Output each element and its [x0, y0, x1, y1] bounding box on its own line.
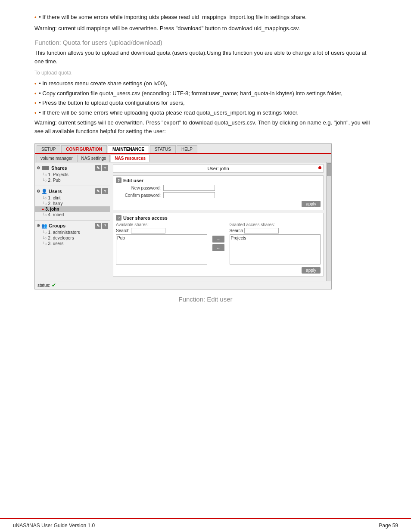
quota-bullet4: • • If there will be some errors while u… — [34, 109, 377, 117]
users-circle-icon: ⚙ — [37, 189, 40, 193]
subtab-nas-settings[interactable]: NAS settings — [77, 155, 110, 162]
bullet4-icon: • — [34, 109, 37, 116]
new-password-input[interactable] — [163, 185, 215, 191]
granted-search-input[interactable] — [244, 228, 279, 233]
harry-dash: └○ — [42, 202, 47, 206]
sidebar-admin-label: 1. administrators — [48, 230, 80, 235]
user-shares-help-btn[interactable]: ? — [116, 215, 121, 221]
quota-bullet4-text: • If there will be some errors while upl… — [39, 109, 299, 116]
quota-bullet3-text: • Press the button to upload quota confi… — [39, 100, 184, 106]
sidebar-item-pub[interactable]: └○ 2. Pub — [35, 177, 110, 183]
users-edit-btn[interactable]: ✎ — [95, 188, 101, 194]
footer-left: uNAS/tNAS User Guide Version 1.0 — [13, 523, 95, 529]
tab-maintenance[interactable]: MAINTENANCE — [108, 145, 149, 153]
users-help-btn[interactable]: ? — [102, 188, 108, 194]
projects-list-item[interactable]: Projects — [231, 236, 320, 240]
sidebar-item-harry[interactable]: └○ 2. harry — [35, 201, 110, 206]
shares-apply-btn[interactable]: apply — [302, 267, 321, 274]
groups-edit-btn[interactable]: ✎ — [95, 223, 101, 229]
content-area: • • If there will be some errors while i… — [0, 0, 411, 518]
quota-heading: Function: Quota for users (upload/downlo… — [34, 39, 377, 46]
shares-label: Shares — [51, 165, 67, 171]
available-search-input[interactable] — [131, 228, 165, 233]
sidebar-item-projects-label: 1. Projects — [48, 172, 68, 177]
transfer-left-btn[interactable]: ← — [212, 244, 224, 251]
sidebar-item-administrators[interactable]: └○ 1. administrators — [35, 230, 110, 235]
available-shares-header: Available shares: — [116, 222, 207, 227]
granted-shares-header: Granted access shares: — [230, 222, 321, 227]
warning2-text: Warning: current settings will be overwr… — [34, 118, 377, 136]
available-shares-list[interactable]: Pub — [116, 234, 207, 264]
tab-help[interactable]: HELP — [177, 145, 197, 153]
scrollbar[interactable] — [326, 162, 331, 281]
intro-para2: Warning: current uid mappings will be ov… — [34, 24, 377, 33]
sidebar-item-john[interactable]: ● 3. john — [35, 206, 110, 212]
quota-bullet3: • • Press the button to upload quota con… — [34, 99, 377, 107]
quota-bullet2-text: • Copy configuration file quota_users.cs… — [39, 90, 342, 96]
page-wrapper: • • If there will be some errors while i… — [0, 0, 411, 532]
shares-edit-btn[interactable]: ✎ — [95, 165, 101, 171]
sidebar-robert-label: 4. robert — [48, 212, 64, 217]
new-password-label: New password: — [116, 186, 163, 190]
sidebar-groups-header: ⚙ 👥 Groups ✎ ? — [35, 222, 110, 230]
groups-circle-icon: ⚙ — [37, 224, 40, 228]
shares-help-btn[interactable]: ? — [102, 165, 108, 171]
subtab-nas-resources[interactable]: NAS resources — [111, 155, 149, 162]
bullet-icon: • — [34, 14, 37, 20]
available-shares-col: Available shares: Search Pub — [116, 222, 207, 264]
confirm-password-input[interactable] — [163, 192, 215, 198]
sidebar-item-clint[interactable]: └○ 1. clint — [35, 195, 110, 201]
users-person-icon: 👤 — [41, 189, 47, 194]
sidebar-groups-section: ⚙ 👥 Groups ✎ ? └○ 1. administrators — [35, 222, 110, 246]
scroll-thumb[interactable] — [327, 163, 331, 176]
status-label: status: — [37, 283, 50, 288]
edit-user-help-btn[interactable]: ? — [116, 177, 121, 183]
sidebar-item-developers[interactable]: └○ 2. developers — [35, 235, 110, 241]
users-label: Users — [49, 189, 62, 194]
sidebar-divider2 — [35, 220, 110, 221]
sidebar: ⚙ Shares ✎ ? └○ 1. Projects — [35, 162, 110, 281]
user-shares-label: User shares access — [123, 215, 168, 221]
shares-folder-icon — [42, 166, 49, 170]
subtab-volume-manager[interactable]: volume manager — [37, 155, 76, 162]
groups-help-btn[interactable]: ? — [102, 223, 108, 229]
status-bar: status: ✔ — [35, 281, 331, 289]
sidebar-users-header: ⚙ 👤 Users ✎ ? — [35, 187, 110, 195]
bullet2-icon: • — [34, 90, 37, 96]
bullet1-icon: • — [34, 80, 37, 87]
sidebar-groups-actions: ✎ ? — [95, 223, 108, 229]
edit-user-apply-btn[interactable]: apply — [302, 201, 321, 207]
tab-setup[interactable]: SETUP — [37, 145, 60, 153]
to-upload-label: To upload quota — [34, 69, 377, 77]
available-search-row: Search — [116, 228, 207, 233]
transfer-buttons: → ← — [211, 222, 226, 264]
nas-panel: SETUP CONFIGURATION MAINTENANCE STATUS H… — [34, 143, 332, 289]
granted-search-label: Search — [230, 228, 243, 233]
item-dash1: └○ — [42, 173, 47, 177]
user-header-bar: User: john — [113, 164, 324, 173]
new-password-row: New password: — [116, 185, 321, 191]
sidebar-item-users[interactable]: └○ 3. users — [35, 241, 110, 246]
confirm-password-row: Confirm password: — [116, 192, 321, 198]
sidebar-dev-label: 2. developers — [48, 236, 74, 240]
sidebar-item-robert[interactable]: └○ 4. robert — [35, 212, 110, 218]
sub-tab-bar: volume manager NAS settings NAS resource… — [35, 154, 331, 162]
tab-status[interactable]: STATUS — [150, 145, 176, 153]
user-shares-section: ? User shares access Available shares: S… — [113, 213, 324, 277]
groups-label: Groups — [49, 223, 65, 228]
sidebar-item-projects[interactable]: └○ 1. Projects — [35, 172, 110, 177]
dev-dash: └○ — [42, 236, 47, 240]
tab-configuration[interactable]: CONFIGURATION — [61, 145, 107, 153]
quota-desc: This function allows you to upload and d… — [34, 49, 377, 66]
intro-para1-text: • If there will be some errors while imp… — [39, 14, 307, 20]
granted-shares-list[interactable]: Projects — [230, 234, 321, 264]
transfer-right-btn[interactable]: → — [212, 236, 224, 243]
pub-list-item[interactable]: Pub — [117, 236, 206, 240]
bullet3-icon: • — [34, 100, 37, 106]
admin-dash: └○ — [42, 230, 47, 235]
sidebar-users-item-label: 3. users — [48, 241, 64, 246]
sidebar-harry-label: 2. harry — [48, 201, 63, 206]
sidebar-users-section: ⚙ 👤 Users ✎ ? └○ 1. clint — [35, 187, 110, 218]
status-check-icon: ✔ — [52, 282, 56, 288]
quota-bullet2: • • Copy configuration file quota_users.… — [34, 89, 377, 98]
